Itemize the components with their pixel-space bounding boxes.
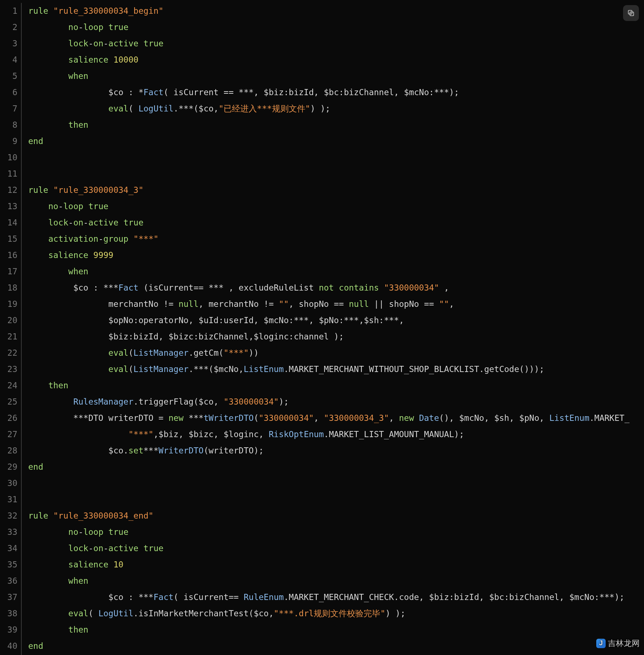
- code-line: when: [28, 263, 644, 280]
- code-line: eval( LogUtil.***($co,"已经进入***规则文件") );: [28, 101, 644, 117]
- code-line: activation-group "***": [28, 231, 644, 247]
- code-line: $co : ***Fact (isCurrent== *** , exclude…: [28, 280, 644, 296]
- code-line: salience 9999: [28, 247, 644, 263]
- line-number: 9: [0, 133, 17, 149]
- code-line: rule "rule_330000034_3": [28, 182, 644, 198]
- line-number: 24: [0, 377, 17, 394]
- code-line: merchantNo != null, merchantNo != "", sh…: [28, 296, 644, 312]
- code-line: end: [28, 459, 644, 475]
- line-number: 39: [0, 622, 17, 638]
- code-line: $co : *Fact( isCurrent == ***, $biz:bizI…: [28, 84, 644, 101]
- code-line: when: [28, 68, 644, 84]
- code-line: when: [28, 573, 644, 589]
- line-number: 6: [0, 84, 17, 101]
- code-line: [28, 491, 644, 508]
- line-number: 30: [0, 475, 17, 491]
- code-line: $co.set***WriterDTO(writerDTO);: [28, 443, 644, 459]
- line-number: 20: [0, 312, 17, 329]
- code-line: salience 10: [28, 557, 644, 573]
- code-line: end: [28, 638, 644, 654]
- code-line: [28, 475, 644, 491]
- watermark-logo-icon: J: [596, 639, 606, 648]
- line-number: 35: [0, 557, 17, 573]
- code-editor: 1234567891011121314151617181920212223242…: [0, 0, 644, 655]
- line-number: 34: [0, 540, 17, 557]
- line-number: 36: [0, 573, 17, 589]
- code-line: ***DTO writerDTO = new ***tWriterDTO("33…: [28, 410, 644, 426]
- line-number: 17: [0, 263, 17, 280]
- line-number: 37: [0, 589, 17, 605]
- line-number: 10: [0, 149, 17, 166]
- line-number: 1: [0, 3, 17, 19]
- line-number: 5: [0, 68, 17, 84]
- code-area[interactable]: rule "rule_330000034_begin" no-loop true…: [22, 3, 644, 655]
- code-line: lock-on-active true: [28, 215, 644, 231]
- code-line: eval(ListManager.***($mcNo,ListEnum.MARK…: [28, 361, 644, 377]
- line-number: 31: [0, 491, 17, 508]
- code-line: [28, 166, 644, 182]
- line-number: 3: [0, 35, 17, 52]
- line-number: 26: [0, 410, 17, 426]
- code-line: lock-on-active true: [28, 35, 644, 52]
- code-line: then: [28, 377, 644, 394]
- code-line: no-loop true: [28, 19, 644, 35]
- line-number: 4: [0, 52, 17, 68]
- code-line: "***",$biz, $bizc, $loginc, RiskOptEnum.…: [28, 426, 644, 443]
- code-line: end: [28, 133, 644, 149]
- line-number: 7: [0, 101, 17, 117]
- code-line: eval( LogUtil.isInMarketMerchantTest($co…: [28, 605, 644, 622]
- line-number: 23: [0, 361, 17, 377]
- line-number: 25: [0, 394, 17, 410]
- code-line: then: [28, 117, 644, 133]
- code-line: no-loop true: [28, 524, 644, 540]
- line-number: 13: [0, 198, 17, 215]
- code-line: lock-on-active true: [28, 540, 644, 557]
- code-line: then: [28, 622, 644, 638]
- line-number: 8: [0, 117, 17, 133]
- line-number: 18: [0, 280, 17, 296]
- line-number-gutter: 1234567891011121314151617181920212223242…: [0, 3, 21, 655]
- line-number: 15: [0, 231, 17, 247]
- code-line: salience 10000: [28, 52, 644, 68]
- line-number: 29: [0, 459, 17, 475]
- line-number: 2: [0, 19, 17, 35]
- code-line: $co : ***Fact( isCurrent== RuleEnum.MARK…: [28, 589, 644, 605]
- line-number: 11: [0, 166, 17, 182]
- line-number: 22: [0, 345, 17, 361]
- line-number: 32: [0, 508, 17, 524]
- line-number: 14: [0, 215, 17, 231]
- code-line: $opNo:operatorNo, $uId:userId, $mcNo:***…: [28, 312, 644, 329]
- code-line: rule "rule_330000034_end": [28, 508, 644, 524]
- copy-icon: [627, 9, 635, 17]
- line-number: 28: [0, 443, 17, 459]
- code-line: RulesManager.triggerFlag($co, "330000034…: [28, 394, 644, 410]
- code-line: eval(ListManager.getCm("***")): [28, 345, 644, 361]
- copy-button[interactable]: [623, 5, 639, 21]
- line-number: 27: [0, 426, 17, 443]
- watermark-text: 吉林龙网: [608, 635, 640, 651]
- code-line: no-loop true: [28, 198, 644, 215]
- code-line: $biz:bizId, $bizc:bizChannel,$loginc:cha…: [28, 329, 644, 345]
- code-line: rule "rule_330000034_begin": [28, 3, 644, 19]
- line-number: 33: [0, 524, 17, 540]
- code-line: [28, 149, 644, 166]
- line-number: 21: [0, 329, 17, 345]
- line-number: 38: [0, 605, 17, 622]
- line-number: 16: [0, 247, 17, 263]
- line-number: 12: [0, 182, 17, 198]
- watermark: J 吉林龙网: [596, 635, 640, 651]
- line-number: 40: [0, 638, 17, 654]
- line-number: 19: [0, 296, 17, 312]
